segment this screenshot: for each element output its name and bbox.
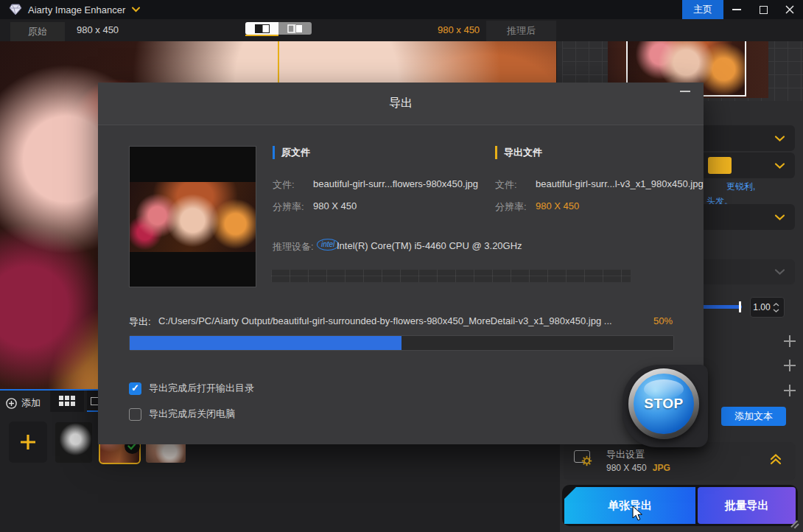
export-progress-percent: 50% xyxy=(653,315,673,326)
stop-button-ring: STOP xyxy=(628,368,699,439)
batch-export-button[interactable]: 批量导出 xyxy=(698,487,796,524)
export-progress-bar xyxy=(129,335,674,351)
mouse-cursor xyxy=(632,505,644,525)
add-image-tile[interactable] xyxy=(9,421,47,463)
add-file-button[interactable]: 添加 xyxy=(6,394,41,412)
shutdown-checkbox[interactable] xyxy=(129,408,141,421)
split-view-button[interactable] xyxy=(245,22,278,35)
split-view-icon xyxy=(255,24,270,33)
compare-mode-toggle xyxy=(245,22,312,35)
open-folder-checkbox[interactable] xyxy=(129,382,141,395)
plus-icon xyxy=(18,433,38,452)
output-resolution: 980 X 450 xyxy=(536,200,579,211)
plus-circle-icon xyxy=(6,398,17,409)
add-text-button[interactable]: 添加文本 xyxy=(721,407,786,426)
shutdown-label: 导出完成后关闭电脑 xyxy=(149,407,235,421)
export-settings-summary: 980 X 450JPG xyxy=(606,463,670,473)
scale-input[interactable] xyxy=(751,302,773,312)
export-path-row: 导出: C:/Users/PC/Aiarty Output/beautiful-… xyxy=(129,315,674,327)
resize-grip[interactable] xyxy=(788,519,800,529)
output-resolution-label: 分辨率: xyxy=(495,200,527,214)
add-tab-label: 添加 xyxy=(21,396,41,410)
device-name: Intel(R) Core(TM) i5-4460 CPU @ 3.20GHz xyxy=(337,240,522,251)
stepper-down-icon[interactable] xyxy=(773,309,779,312)
export-format: JPG xyxy=(653,463,670,473)
maximize-icon xyxy=(760,6,768,14)
scale-slider-handle[interactable] xyxy=(739,301,741,312)
app-logo-icon xyxy=(9,4,22,15)
export-preview-image xyxy=(130,182,256,252)
chevron-down-icon xyxy=(774,269,785,276)
side-by-side-icon xyxy=(287,24,303,33)
stop-widget: STOP xyxy=(621,363,709,448)
output-file-name: beautiful-girl-surr...l-v3_x1_980x450.jp… xyxy=(536,178,704,189)
close-icon xyxy=(785,5,794,14)
active-tab-underline xyxy=(87,410,99,412)
minimize-button[interactable] xyxy=(723,0,750,19)
stop-button-gloss xyxy=(644,379,684,399)
device-load-meter xyxy=(271,270,631,282)
dialog-minimize-icon[interactable] xyxy=(680,91,690,92)
export-dialog-title: 导出 xyxy=(98,96,704,111)
view-toolbar: 原始 980 x 450 980 x 450 推理后 xyxy=(0,19,803,41)
original-size-label: 980 x 450 xyxy=(77,19,119,41)
source-resolution-label: 分辨率: xyxy=(273,200,304,214)
home-button[interactable]: 主页 xyxy=(682,0,723,19)
device-label: 推理设备: xyxy=(273,240,314,253)
minimize-icon xyxy=(732,9,741,10)
source-file-heading: 原文件 xyxy=(273,146,310,159)
tab-original[interactable]: 原始 xyxy=(10,22,65,41)
export-buttons-group: 单张导出 批量导出 xyxy=(562,485,798,526)
export-path-value: C:/Users/PC/Aiarty Output/beautiful-girl… xyxy=(158,315,645,326)
result-size-label: 980 x 450 xyxy=(438,19,480,41)
grid-view-tab[interactable] xyxy=(50,391,84,412)
single-export-button[interactable]: 单张导出 xyxy=(564,487,695,524)
output-file-label: 文件: xyxy=(495,178,517,192)
source-file-name: beautiful-girl-surr...flowers-980x450.jp… xyxy=(313,178,478,189)
export-path-label: 导出: xyxy=(129,315,151,329)
add-layer-icon[interactable] xyxy=(784,385,796,396)
add-layer-icon[interactable] xyxy=(784,360,796,371)
scale-value-box xyxy=(750,297,785,318)
thumbnail-bird[interactable] xyxy=(55,422,92,463)
tab-after-inference[interactable]: 推理后 xyxy=(486,21,556,41)
app-title: Aiarty Image Enhancer xyxy=(28,4,125,15)
scale-stepper[interactable] xyxy=(773,303,779,312)
chevron-down-icon xyxy=(774,162,785,169)
collapse-chevrons-icon[interactable] xyxy=(769,452,782,469)
app-window: Aiarty Image Enhancer 主页 原始 980 x 450 98… xyxy=(0,0,803,532)
grid-icon xyxy=(59,396,75,407)
close-button[interactable] xyxy=(776,0,803,19)
intel-logo: intel xyxy=(317,239,339,251)
stop-button[interactable]: STOP xyxy=(634,374,694,434)
output-file-heading: 导出文件 xyxy=(495,146,542,159)
model-hint-text: 更锐利, xyxy=(726,181,755,193)
export-dialog: 导出 原文件 导出文件 文件: beautiful-girl-surr...fl… xyxy=(98,83,704,444)
export-settings-title: 导出设置 xyxy=(606,448,645,461)
source-resolution: 980 X 450 xyxy=(313,200,357,211)
preset-color-swatch xyxy=(708,157,732,174)
maximize-button[interactable] xyxy=(750,0,776,19)
list-view-tab[interactable] xyxy=(87,391,99,412)
app-menu-chevron-icon[interactable] xyxy=(131,7,141,13)
export-settings-icon xyxy=(574,450,592,466)
stepper-up-icon[interactable] xyxy=(773,303,779,307)
source-file-label: 文件: xyxy=(273,178,295,192)
export-dialog-header: 导出 xyxy=(98,83,704,125)
export-preview-frame xyxy=(129,146,256,287)
gear-icon xyxy=(581,455,592,469)
chevron-down-icon xyxy=(774,214,785,220)
export-resolution: 980 X 450 xyxy=(606,463,647,473)
titlebar: Aiarty Image Enhancer 主页 xyxy=(0,0,803,19)
side-by-side-view-button[interactable] xyxy=(278,22,312,35)
export-progress-fill xyxy=(130,336,402,350)
add-layer-icon[interactable] xyxy=(784,335,796,347)
open-folder-label: 导出完成后打开输出目录 xyxy=(149,382,254,395)
active-toggle-underline xyxy=(245,35,278,36)
chevron-down-icon xyxy=(774,135,785,141)
